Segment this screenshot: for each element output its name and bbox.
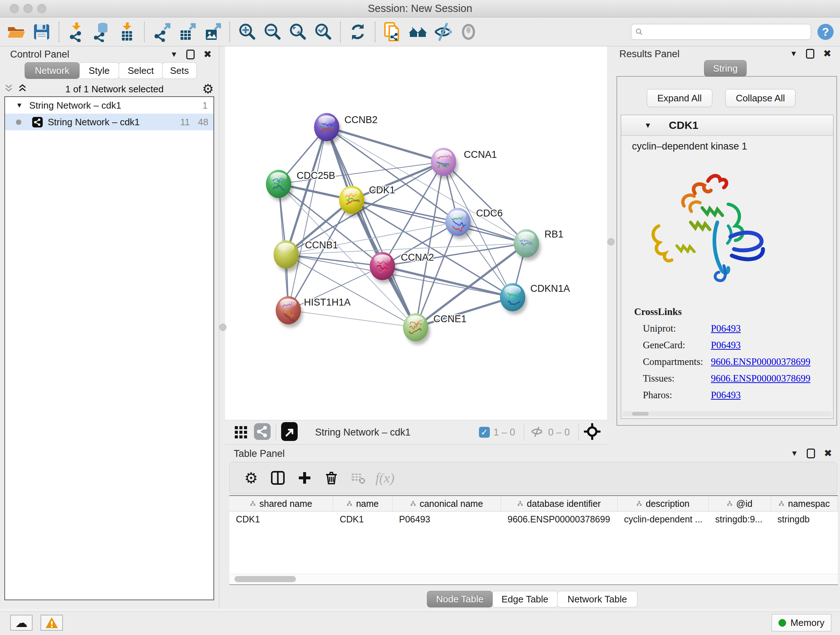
tab-sets[interactable]: Sets <box>162 62 197 79</box>
string-panel-toggle-icon[interactable] <box>254 423 271 441</box>
node-CCNB2[interactable] <box>314 113 341 144</box>
column-header-namespac[interactable]: namespac <box>771 496 838 511</box>
network-options-gear-icon[interactable]: ⚙ <box>202 82 214 96</box>
apply-layout-button[interactable] <box>345 20 370 44</box>
show-all-button[interactable] <box>456 20 481 44</box>
entry-horizontal-scrollbar[interactable] <box>622 411 832 416</box>
zoom-out-button[interactable] <box>260 20 285 44</box>
import-network-from-database-button[interactable] <box>89 20 114 44</box>
table-horizontal-scrollbar[interactable] <box>229 574 838 584</box>
tab-string[interactable]: String <box>704 60 747 77</box>
table-cell[interactable]: stringdb <box>771 511 838 527</box>
panel-collapse-icon[interactable]: ▼ <box>171 50 178 59</box>
crosslink-link[interactable]: 9606.ENSP00000378699 <box>711 356 810 367</box>
edge-HIST1H1A-CCNE1[interactable] <box>288 310 416 327</box>
tab-edge-table[interactable]: Edge Table <box>492 591 558 608</box>
column-header-at-id[interactable]: @id <box>709 496 771 511</box>
search-input[interactable] <box>644 26 807 37</box>
panel-collapse-icon[interactable]: ▼ <box>791 449 798 458</box>
edge-CCNB2-RB1[interactable] <box>327 127 526 243</box>
edge-CCNB2-HIST1H1A[interactable] <box>288 127 327 310</box>
panel-close-icon[interactable]: ✖ <box>203 49 212 60</box>
zoom-selected-button[interactable] <box>310 20 336 44</box>
zoom-in-button[interactable] <box>234 20 260 44</box>
collection-expander-icon[interactable]: ▼ <box>16 101 23 109</box>
create-column-icon[interactable] <box>291 467 318 489</box>
tab-network[interactable]: Network <box>25 62 80 79</box>
node-RB1[interactable] <box>514 229 541 261</box>
search-field[interactable] <box>631 24 811 40</box>
table-cell[interactable]: 9606.ENSP00000378699 <box>501 511 617 527</box>
export-table-button[interactable] <box>174 20 200 44</box>
column-header-name[interactable]: name <box>333 496 393 511</box>
node-CCNA2[interactable] <box>370 252 397 283</box>
edge-CCNB2-CCNA1[interactable] <box>327 127 444 162</box>
table-options-gear-icon[interactable]: ⚙ <box>238 467 264 489</box>
network-collection-row[interactable]: ▼ String Network – cdk1 1 <box>5 97 213 114</box>
panel-float-icon[interactable] <box>806 49 814 59</box>
right-panel-divider-handle[interactable] <box>607 238 615 245</box>
zoom-fit-button[interactable] <box>285 20 310 44</box>
hide-selected-button[interactable] <box>431 20 456 44</box>
entry-expander-icon[interactable]: ▼ <box>644 121 652 130</box>
left-panel-divider-handle[interactable] <box>219 324 226 331</box>
table-cell[interactable]: cyclin-dependent ... <box>617 511 709 527</box>
column-header-description[interactable]: description <box>617 496 709 511</box>
panel-float-icon[interactable] <box>186 50 195 59</box>
node-CCNA1[interactable] <box>431 148 458 179</box>
column-header-canonical-name[interactable]: canonical name <box>393 496 501 511</box>
panel-close-icon[interactable]: ✖ <box>824 448 832 459</box>
delete-column-trash-icon[interactable] <box>318 467 345 489</box>
tab-node-table[interactable]: Node Table <box>427 591 493 608</box>
column-header-database-identifier[interactable]: database identifier <box>501 496 617 511</box>
tab-style[interactable]: Style <box>79 62 119 79</box>
expand-all-button[interactable]: Expand All <box>647 89 712 107</box>
network-from-selection-button[interactable] <box>380 20 405 44</box>
table-row[interactable]: CDK1CDK1P064939606.ENSP00000378699cyclin… <box>229 511 838 527</box>
network-canvas[interactable]: CCNB2CCNA1CDC25BCDK1CDC6RB1CCNB1CCNA2CDK… <box>225 46 607 420</box>
table-cell[interactable]: CDK1 <box>229 511 333 527</box>
first-neighbors-button[interactable] <box>405 20 431 44</box>
fit-content-crosshair-icon[interactable] <box>584 423 600 441</box>
collapse-all-button[interactable]: Collapse All <box>725 89 796 107</box>
crosslink-link[interactable]: 9606.ENSP00000378699 <box>711 373 810 384</box>
panel-close-icon[interactable]: ✖ <box>823 48 831 59</box>
import-table-button[interactable] <box>114 20 140 44</box>
warnings-button[interactable] <box>41 615 63 631</box>
node-CDC25B[interactable] <box>266 170 293 201</box>
node-HIST1H1A[interactable] <box>276 296 303 328</box>
table-cell[interactable]: CDK1 <box>333 511 393 527</box>
export-image-button[interactable] <box>200 20 225 44</box>
memory-button[interactable]: Memory <box>772 614 831 631</box>
edge-CCNA1-CDK1[interactable] <box>352 162 444 200</box>
panel-collapse-icon[interactable]: ▼ <box>790 49 798 58</box>
tab-network-table[interactable]: Network Table <box>557 591 638 608</box>
tab-select[interactable]: Select <box>118 62 163 79</box>
help-button[interactable]: ? <box>811 22 840 41</box>
node-CDC6[interactable] <box>445 208 472 239</box>
save-session-button[interactable] <box>29 20 54 44</box>
node-CDKN1A[interactable] <box>500 283 527 315</box>
network-row[interactable]: String Network – cdk1 11 48 <box>5 114 213 130</box>
birds-eye-view-icon[interactable] <box>231 421 251 443</box>
expand-all-networks-icon[interactable] <box>4 84 13 95</box>
gene-entry-header[interactable]: ▼ CDK1 <box>621 115 833 136</box>
cloud-status-button[interactable]: ☁ <box>10 615 33 631</box>
table-cell[interactable]: P06493 <box>393 511 501 527</box>
crosslink-link[interactable]: P06493 <box>711 390 741 401</box>
show-columns-icon[interactable] <box>264 467 291 489</box>
crosslink-link[interactable]: P06493 <box>711 340 741 351</box>
collapse-all-networks-icon[interactable] <box>18 84 27 95</box>
selected-count-checkbox[interactable]: ✓ <box>479 427 490 438</box>
import-network-button[interactable] <box>64 20 89 44</box>
edge-CCNB1-CCNA2[interactable] <box>286 255 382 266</box>
open-in-new-window-icon[interactable] <box>281 422 298 442</box>
table-cell[interactable]: stringdb:9... <box>709 511 771 527</box>
open-session-button[interactable] <box>4 20 29 44</box>
column-header-shared-name[interactable]: shared name <box>229 496 333 511</box>
panel-float-icon[interactable] <box>807 448 815 458</box>
crosslink-link[interactable]: P06493 <box>711 323 741 334</box>
export-network-button[interactable] <box>149 20 174 44</box>
node-CDK1[interactable] <box>339 186 366 217</box>
node-CCNE1[interactable] <box>403 313 430 345</box>
